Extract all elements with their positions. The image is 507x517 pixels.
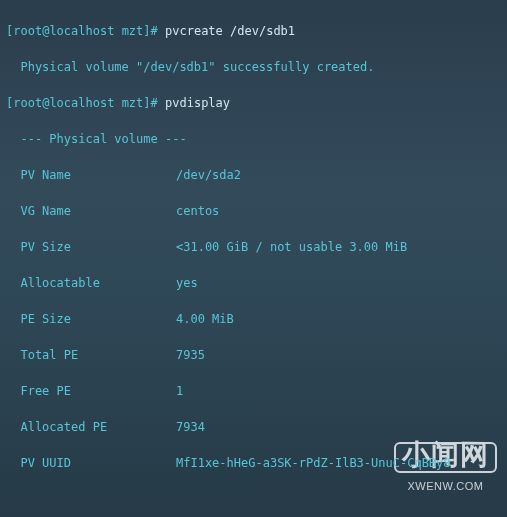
pv1-pesize-row: PE Size4.00 MiB [6, 310, 501, 328]
prompt-user: root [13, 24, 42, 38]
command-2: pvdisplay [165, 96, 230, 110]
prompt-line-1: [root@localhost mzt]# pvcreate /dev/sdb1 [6, 22, 501, 40]
cmd1-output: Physical volume "/dev/sdb1" successfully… [6, 58, 501, 76]
pv1-size-row: PV Size<31.00 GiB / not usable 3.00 MiB [6, 238, 501, 256]
blank-line [6, 490, 501, 508]
pv1-freepe-row: Free PE1 [6, 382, 501, 400]
pv1-alloc-row: Allocatableyes [6, 274, 501, 292]
prompt-host: localhost [49, 24, 114, 38]
terminal-output: [root@localhost mzt]# pvcreate /dev/sdb1… [0, 0, 507, 517]
prompt-cwd: mzt [122, 24, 144, 38]
prompt-line-2: [root@localhost mzt]# pvdisplay [6, 94, 501, 112]
command-1: pvcreate /dev/sdb1 [165, 24, 295, 38]
pv1-totalpe-row: Total PE7935 [6, 346, 501, 364]
pv1-header: --- Physical volume --- [6, 130, 501, 148]
pv1-name-row: PV Name/dev/sda2 [6, 166, 501, 184]
pv1-vg-row: VG Namecentos [6, 202, 501, 220]
pv1-uuid-row: PV UUIDMfI1xe-hHeG-a3SK-rPdZ-IlB3-UnuC-C… [6, 454, 501, 472]
pv1-allocpe-row: Allocated PE7934 [6, 418, 501, 436]
